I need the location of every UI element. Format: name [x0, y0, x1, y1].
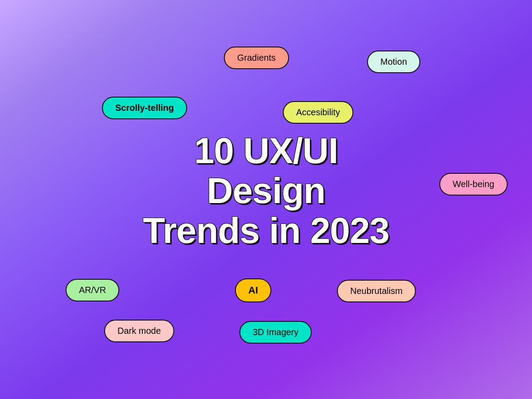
tag-gradients-label: Gradients	[237, 53, 276, 63]
tag-wellbeing-label: Well-being	[453, 179, 494, 189]
title-line2: Trends in 2023	[143, 210, 389, 250]
tag-ai: AI	[235, 278, 271, 302]
tag-accessibility: Accesibility	[283, 101, 353, 124]
tag-3d-imagery: 3D Imagery	[239, 321, 312, 344]
tag-well-being: Well-being	[439, 173, 508, 196]
tag-scrolly-label: Scrolly-telling	[115, 103, 174, 113]
tag-motion-label: Motion	[380, 57, 407, 67]
tag-darkmode-label: Dark mode	[117, 326, 161, 336]
main-title: 10 UX/UI Design Trends in 2023	[133, 131, 399, 251]
tag-accessibility-label: Accesibility	[296, 107, 340, 117]
tag-motion: Motion	[367, 51, 420, 73]
main-canvas: Gradients Motion Scrolly-telling Accesib…	[0, 0, 532, 399]
tag-arvr-label: AR/VR	[79, 285, 106, 295]
tag-gradients: Gradients	[224, 47, 289, 69]
tag-3d-label: 3D Imagery	[253, 327, 298, 337]
tag-dark-mode: Dark mode	[104, 320, 174, 342]
tag-arvr: AR/VR	[66, 279, 119, 301]
tag-neubrutalism-label: Neubrutalism	[350, 286, 403, 296]
tag-neubrutalism: Neubrutalism	[337, 280, 416, 302]
tag-scrolly-telling: Scrolly-telling	[102, 97, 187, 119]
title-line1: 10 UX/UI Design	[194, 130, 338, 211]
tag-ai-label: AI	[248, 285, 258, 296]
